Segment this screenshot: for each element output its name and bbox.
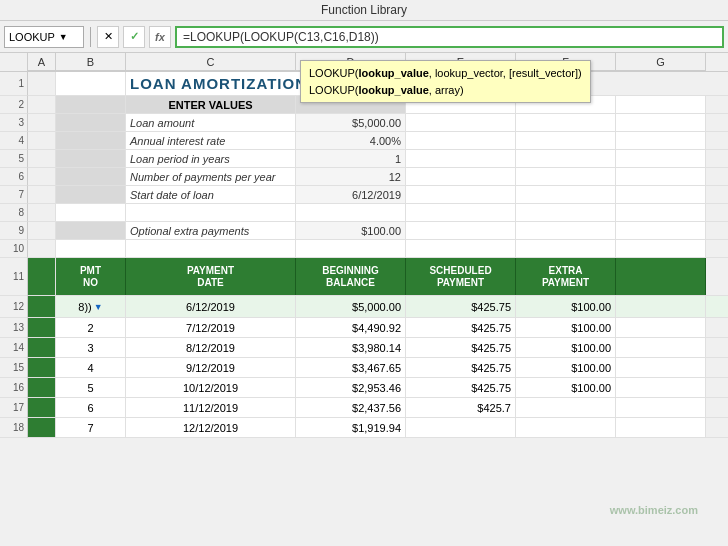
- cell-4d-interest-value[interactable]: 4.00%: [296, 132, 406, 149]
- cell-14d-beg: $3,980.14: [296, 338, 406, 357]
- cell-13b-pmt: 2: [56, 318, 126, 337]
- ribbon-divider: [90, 27, 91, 47]
- cell-12b-pmt: 8)) ▼: [56, 296, 126, 317]
- cell-7g: [616, 186, 706, 203]
- row-num-17: 17: [0, 398, 28, 418]
- cell-16g: [616, 378, 706, 397]
- cell-9b: [56, 222, 126, 239]
- cell-18a: [28, 418, 56, 437]
- cell-14a: [28, 338, 56, 357]
- formula-bar[interactable]: =LOOKUP(LOOKUP(C13,C16,D18)): [175, 26, 724, 48]
- row-num-8: 8: [0, 204, 28, 222]
- cell-9a: [28, 222, 56, 239]
- cell-4b: [56, 132, 126, 149]
- table-row-18[interactable]: 7 12/12/2019 $1,919.94: [28, 418, 728, 438]
- cell-17f-extra: [516, 398, 616, 417]
- cell-14c-date: 8/12/2019: [126, 338, 296, 357]
- cell-14g: [616, 338, 706, 357]
- top-bar-title: Function Library: [321, 3, 407, 17]
- cell-6e: [406, 168, 516, 185]
- table-row-12[interactable]: 8)) ▼ 6/12/2019 $5,000.00 $425.75 $100.0…: [28, 296, 728, 318]
- row-num-18: 18: [0, 418, 28, 438]
- cell-16c-date: 10/12/2019: [126, 378, 296, 397]
- cell-15b-pmt: 4: [56, 358, 126, 377]
- cell-9d-extra-value[interactable]: $100.00: [296, 222, 406, 239]
- row-numbers: 1 2 3 4 5 6 7 8 9 10 11 12 13 14 15 16 1…: [0, 72, 28, 539]
- cell-17c-date: 11/12/2019: [126, 398, 296, 417]
- cell-4a: [28, 132, 56, 149]
- spreadsheet-body: 1 2 3 4 5 6 7 8 9 10 11 12 13 14 15 16 1…: [0, 72, 728, 539]
- watermark: www.bimeiz.com: [610, 504, 698, 516]
- table-row-15[interactable]: 4 9/12/2019 $3,467.65 $425.75 $100.00: [28, 358, 728, 378]
- cell-18g: [616, 418, 706, 437]
- cell-10e: [406, 240, 516, 257]
- cell-6c-payments-label: Number of payments per year: [126, 168, 296, 185]
- cell-9f: [516, 222, 616, 239]
- cell-13e-sched: $425.75: [406, 318, 516, 337]
- cell-2a: [28, 96, 56, 113]
- cell-3e: [406, 114, 516, 131]
- cell-5c-period-label: Loan period in years: [126, 150, 296, 167]
- cell-14f-extra: $100.00: [516, 338, 616, 357]
- fx-button[interactable]: fx: [149, 26, 171, 48]
- col-header-a: A: [28, 53, 56, 71]
- cell-16d-beg: $2,953.46: [296, 378, 406, 397]
- cell-10g: [616, 240, 706, 257]
- row-3: Loan amount $5,000.00: [28, 114, 728, 132]
- row-8: [28, 204, 728, 222]
- cell-17d-beg: $2,437.56: [296, 398, 406, 417]
- row-num-9: 9: [0, 222, 28, 240]
- row-num-5: 5: [0, 150, 28, 168]
- cell-18e-sched: [406, 418, 516, 437]
- cell-2g: [616, 96, 706, 113]
- cell-3d-loan-value[interactable]: $5,000.00: [296, 114, 406, 131]
- ribbon: LOOKUP ▼ ✕ ✓ fx =LOOKUP(LOOKUP(C13,C16,D…: [0, 21, 728, 53]
- cell-12g: [616, 296, 706, 317]
- cell-5a: [28, 150, 56, 167]
- row-4: Annual interest rate 4.00%: [28, 132, 728, 150]
- cell-16b-pmt: 5: [56, 378, 126, 397]
- cell-10b: [56, 240, 126, 257]
- cell-6d-payments-value[interactable]: 12: [296, 168, 406, 185]
- cell-14b-pmt: 3: [56, 338, 126, 357]
- cell-7f: [516, 186, 616, 203]
- cell-6f: [516, 168, 616, 185]
- confirm-button[interactable]: ✓: [123, 26, 145, 48]
- cell-7d-startdate-value[interactable]: 6/12/2019: [296, 186, 406, 203]
- row-num-4: 4: [0, 132, 28, 150]
- table-row-13[interactable]: 2 7/12/2019 $4,490.92 $425.75 $100.00: [28, 318, 728, 338]
- col-header-g: G: [616, 53, 706, 71]
- formula-text: =LOOKUP(LOOKUP(C13,C16,D18)): [183, 30, 379, 44]
- row-9: Optional extra payments $100.00: [28, 222, 728, 240]
- cell-18c-date: 12/12/2019: [126, 418, 296, 437]
- grid: LOAN AMORTIZATION SCHEDULE ENTER VALUES: [28, 72, 728, 539]
- table-row-16[interactable]: 5 10/12/2019 $2,953.46 $425.75 $100.00: [28, 378, 728, 398]
- cell-11e-sched-payment: SCHEDULED PAYMENT: [406, 258, 516, 295]
- cell-7a: [28, 186, 56, 203]
- row-num-12: 12: [0, 296, 28, 318]
- col-header-c: C: [126, 53, 296, 71]
- cell-17e-sched: $425.7: [406, 398, 516, 417]
- cell-11a: [28, 258, 56, 295]
- cell-15c-date: 9/12/2019: [126, 358, 296, 377]
- name-box[interactable]: LOOKUP ▼: [4, 26, 84, 48]
- cell-12d-beg: $5,000.00: [296, 296, 406, 317]
- table-row-14[interactable]: 3 8/12/2019 $3,980.14 $425.75 $100.00: [28, 338, 728, 358]
- cell-15e-sched: $425.75: [406, 358, 516, 377]
- formula-tooltip: LOOKUP(lookup_value, lookup_vector, [res…: [300, 60, 591, 103]
- cell-13f-extra: $100.00: [516, 318, 616, 337]
- row-10: [28, 240, 728, 258]
- cell-6g: [616, 168, 706, 185]
- row-num-2: 2: [0, 96, 28, 114]
- cell-4f: [516, 132, 616, 149]
- cell-15a: [28, 358, 56, 377]
- cell-13g: [616, 318, 706, 337]
- cell-3a: [28, 114, 56, 131]
- cell-13c-date: 7/12/2019: [126, 318, 296, 337]
- table-row-17[interactable]: 6 11/12/2019 $2,437.56 $425.7: [28, 398, 728, 418]
- cell-18f-extra: [516, 418, 616, 437]
- cell-10f: [516, 240, 616, 257]
- row-num-3: 3: [0, 114, 28, 132]
- cell-5d-period-value[interactable]: 1: [296, 150, 406, 167]
- cancel-button[interactable]: ✕: [97, 26, 119, 48]
